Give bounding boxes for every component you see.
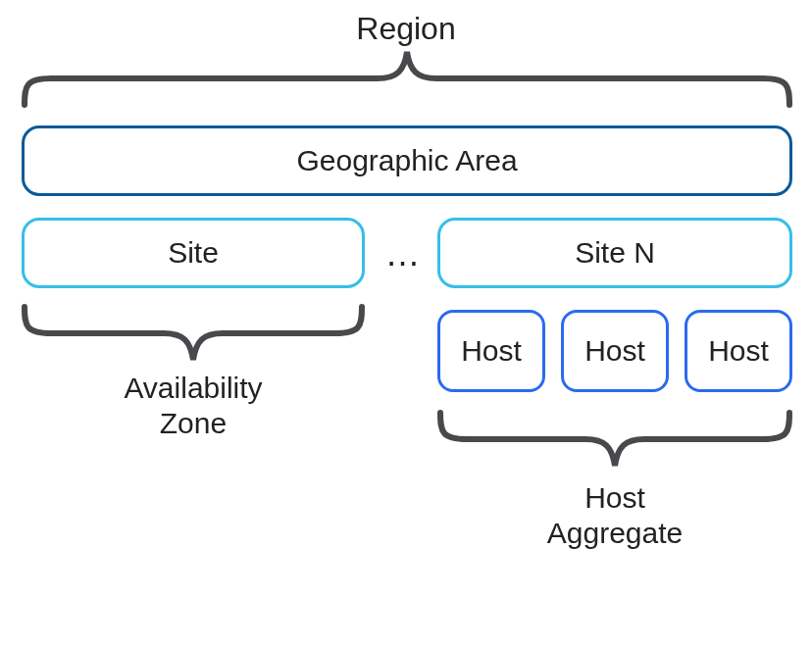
host-text-3: Host [708,334,769,368]
site-n-text: Site N [575,236,655,270]
host-box-1: Host [437,310,545,392]
host-aggregate-l1: Host [584,481,645,514]
site-n-box: Site N [437,218,792,288]
host-aggregate-label: Host Aggregate [437,480,792,551]
brace-top-icon [22,49,792,108]
availability-zone-label: Availability Zone [22,371,365,441]
availability-zone-l2: Zone [160,407,227,439]
brace-host-aggregate-icon [437,410,792,469]
brace-availability-zone-icon [22,304,365,363]
geographic-area-box: Geographic Area [22,125,792,196]
site-text: Site [168,236,219,270]
region-label: Region [0,10,812,47]
ellipsis-icon: … [375,233,433,274]
geographic-area-text: Geographic Area [296,144,517,177]
site-box: Site [22,218,365,288]
host-box-3: Host [685,310,792,392]
host-text-1: Host [461,334,522,368]
host-box-2: Host [561,310,669,392]
host-text-2: Host [584,334,645,368]
host-aggregate-l2: Aggregate [547,517,683,549]
availability-zone-l1: Availability [124,372,262,404]
